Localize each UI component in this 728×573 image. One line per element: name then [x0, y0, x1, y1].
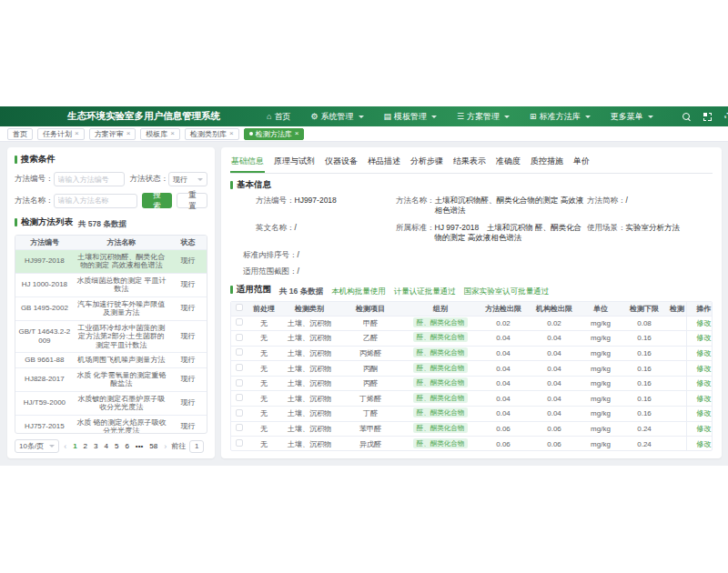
method-name-cell: 工业循环冷却水中菌藻的测定方法第2部分:土生菌群的测定平皿计数法: [74, 320, 169, 353]
open-tab-4[interactable]: 检测类别库×: [185, 128, 239, 140]
item-cell: 丁醛: [339, 407, 402, 422]
edit-link[interactable]: 修改: [696, 425, 711, 433]
page-number[interactable]: 2: [82, 442, 89, 450]
open-tab-5[interactable]: 检测方法库×: [244, 128, 305, 140]
method-list-row[interactable]: HJ828-2017 水质 化学需氧量的测定重铬酸盐法 现行: [15, 367, 207, 391]
page-size-select[interactable]: 10条/页: [15, 439, 59, 453]
status-select[interactable]: 现行: [168, 172, 207, 186]
page-number[interactable]: •••: [134, 442, 145, 450]
detail-tab-5[interactable]: 结果表示: [452, 153, 487, 173]
method-table-header-row: 方法编号 方法名称 状态: [15, 236, 207, 249]
nav-item-5[interactable]: 更多菜单: [611, 111, 653, 123]
method-list-row[interactable]: HJ 1000-2018 水质细菌总数的测定 平皿计数法 现行: [15, 273, 207, 297]
batch-use-link[interactable]: 本机构批量使用: [331, 286, 386, 297]
nav-item-label: 系统管理: [321, 111, 354, 123]
detail-tab-7[interactable]: 质控措施: [530, 153, 564, 173]
detail-tab-8[interactable]: 单价: [572, 153, 591, 173]
open-tab-0[interactable]: 首页: [7, 128, 33, 140]
next-page-button[interactable]: ›: [163, 442, 167, 451]
row-checkbox[interactable]: [236, 424, 243, 431]
detail-tab-2[interactable]: 仪器设备: [324, 153, 359, 173]
method-no-input[interactable]: [54, 172, 125, 186]
row-checkbox[interactable]: [236, 394, 243, 401]
open-tab-2[interactable]: 方案评审×: [89, 128, 136, 140]
close-icon[interactable]: ×: [126, 130, 131, 137]
row-checkbox[interactable]: [236, 364, 243, 371]
method-list-row[interactable]: GB/T 14643.2-2009 工业循环冷却水中菌藻的测定方法第2部分:土生…: [15, 320, 207, 353]
row-checkbox[interactable]: [236, 379, 243, 387]
method-name-cell: 水质铍的测定石墨炉原子吸收分光光度法: [74, 391, 169, 415]
chevron-down-icon: [585, 116, 591, 118]
method-status-cell: 现行: [169, 391, 207, 415]
page-number[interactable]: 1: [71, 442, 78, 450]
open-tab-1[interactable]: 任务计划×: [37, 128, 85, 140]
detail-tab-4[interactable]: 分析步骤: [410, 153, 444, 173]
batch-certify-link[interactable]: 计量认证批量通过: [394, 286, 456, 297]
row-checkbox[interactable]: [236, 439, 243, 447]
edit-link[interactable]: 修改: [696, 365, 711, 373]
category-cell: 土壤、沉积物: [280, 421, 339, 437]
prev-page-button[interactable]: ‹: [63, 442, 67, 451]
edit-link[interactable]: 修改: [696, 395, 711, 403]
method-detail-panel: 基础信息原理与试剂仪器设备样品描述分析步骤结果表示准确度质控措施单价 基本信息 …: [221, 147, 722, 458]
search-button[interactable]: 搜索: [142, 193, 173, 208]
method-list-title: 检测方法列表: [15, 216, 73, 228]
method-list-row[interactable]: HJ/T59-2000 水质铍的测定石墨炉原子吸收分光光度法 现行: [15, 391, 207, 415]
edit-link[interactable]: 修改: [696, 334, 711, 342]
detail-tab-1[interactable]: 原理与试剂: [273, 153, 316, 173]
field-standard: 所属标准： HJ 997-2018 土壤和沉积物 醛、酮类化合物的测定 高效液相…: [385, 223, 587, 243]
edit-link[interactable]: 修改: [696, 379, 711, 387]
nav-item-1[interactable]: ⚙系统管理: [310, 111, 363, 123]
method-list-row[interactable]: GB 9661-88 机场周围飞机噪声测量方法 现行: [15, 353, 207, 368]
library-icon: ⊞: [530, 113, 537, 121]
row-checkbox[interactable]: [236, 409, 243, 417]
nav-item-4[interactable]: ⊞标准方法库: [530, 111, 591, 123]
edit-link[interactable]: 修改: [696, 440, 711, 448]
method-list-row[interactable]: HJ997-2018 土壤和沉积物醛、酮类化合物的测定 高效液相色谱法 现行: [15, 249, 207, 273]
edit-link[interactable]: 修改: [696, 349, 711, 357]
close-icon[interactable]: ×: [229, 130, 234, 137]
detail-tab-0[interactable]: 基础信息: [230, 153, 265, 173]
method-dl-cell: 0.06: [479, 421, 528, 437]
page-number[interactable]: 6: [123, 442, 130, 450]
page-number[interactable]: 5: [113, 442, 120, 450]
close-icon[interactable]: ×: [75, 130, 79, 137]
scope-table-row: 无 土壤、沉积物 丙烯醛 醛、酮类化合物 0.04 0.04 mg/kg 0.1…: [231, 346, 713, 361]
nav-item-3[interactable]: ☰方案管理: [457, 111, 510, 123]
method-status-cell: 现行: [169, 273, 207, 297]
method-name-input[interactable]: [54, 194, 137, 208]
detail-tab-3[interactable]: 样品描述: [367, 153, 401, 173]
font-size-icon[interactable]: ₜT: [724, 112, 728, 122]
select-all-checkbox[interactable]: [236, 304, 243, 311]
method-list-row[interactable]: HJ757-2015 水质 铬的测定火焰原子吸收分光光度法 现行: [15, 415, 207, 434]
detect-cell: [668, 437, 686, 451]
search-icon[interactable]: [682, 113, 691, 121]
close-icon[interactable]: ×: [295, 130, 299, 137]
detail-tab-6[interactable]: 准确度: [495, 153, 521, 173]
page-number[interactable]: 3: [92, 442, 99, 450]
tab-label: 模板库: [146, 129, 167, 139]
batch-accredit-link[interactable]: 国家实验室认可批量通过: [464, 286, 550, 297]
fullscreen-icon[interactable]: [703, 113, 712, 121]
scope-table-row: 无 土壤、沉积物 丙醛 醛、酮类化合物 0.04 0.04 mg/kg 0.16…: [231, 376, 713, 391]
page-number[interactable]: 4: [102, 442, 109, 450]
scope-count: 共 16 条数据: [279, 286, 323, 297]
close-icon[interactable]: ×: [170, 130, 175, 137]
page-number[interactable]: 58: [147, 442, 159, 450]
open-tab-3[interactable]: 模板库×: [140, 128, 180, 140]
method-list-row[interactable]: GB 1495-2002 汽车加速行驶车外噪声限值及测量方法 现行: [15, 297, 207, 320]
row-checkbox[interactable]: [236, 348, 243, 356]
category-cell: 土壤、沉积物: [280, 376, 339, 391]
group-badge: 醛、酮类化合物: [413, 377, 469, 387]
row-checkbox[interactable]: [236, 318, 243, 326]
edit-link[interactable]: 修改: [696, 409, 711, 417]
nav-item-2[interactable]: ▤模板管理: [384, 111, 438, 123]
scope-table-row: 无 土壤、沉积物 异戊醛 醛、酮类化合物 0.06 0.06 mg/kg 0.2…: [231, 437, 713, 451]
scope-table: 前处理 检测类别 检测项目 组别 方法检出限 机构检出限 单位 检测下限 检测 …: [230, 301, 713, 451]
row-checkbox[interactable]: [236, 334, 243, 341]
detect-cell: [668, 421, 686, 437]
edit-link[interactable]: 修改: [696, 319, 711, 327]
nav-item-0[interactable]: ⌂首页: [267, 111, 290, 123]
reset-button[interactable]: 重置: [177, 193, 207, 208]
goto-page-input[interactable]: [189, 440, 204, 453]
